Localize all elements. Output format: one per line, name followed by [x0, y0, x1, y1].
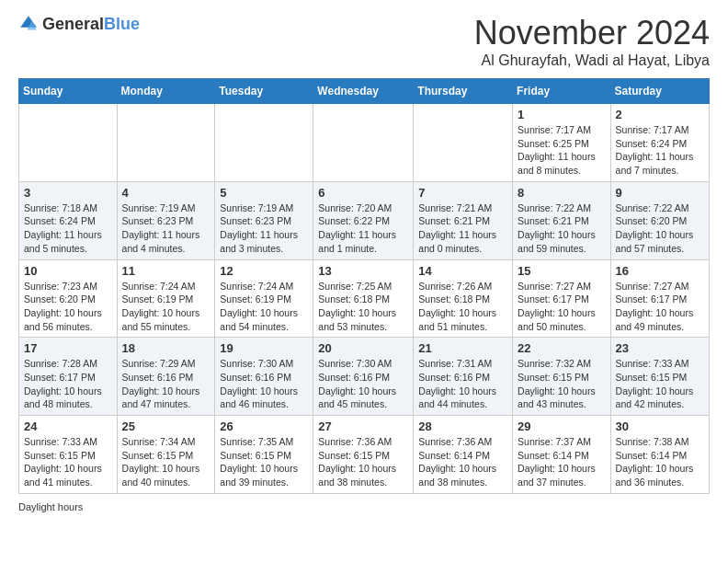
day-info: Sunrise: 7:21 AMSunset: 6:21 PMDaylight:…	[418, 201, 507, 256]
day-number: 9	[616, 186, 704, 200]
day-number: 5	[220, 186, 308, 200]
logo-icon	[18, 14, 39, 34]
title-block: November 2024 Al Ghurayfah, Wadi al Haya…	[474, 14, 710, 69]
day-info: Sunrise: 7:23 AMSunset: 6:20 PMDaylight:…	[24, 280, 112, 334]
day-number: 21	[418, 341, 507, 355]
day-number: 14	[418, 264, 507, 278]
location-title: Al Ghurayfah, Wadi al Hayat, Libya	[474, 52, 710, 69]
day-number: 20	[318, 341, 408, 355]
day-number: 18	[122, 341, 210, 355]
calendar-cell: 17Sunrise: 7:28 AMSunset: 6:17 PMDayligh…	[19, 338, 118, 416]
calendar-week-row: 17Sunrise: 7:28 AMSunset: 6:17 PMDayligh…	[19, 338, 710, 416]
calendar-week-row: 24Sunrise: 7:33 AMSunset: 6:15 PMDayligh…	[19, 416, 710, 494]
col-header-tuesday: Tuesday	[215, 79, 313, 104]
day-number: 1	[518, 108, 606, 121]
day-number: 4	[122, 186, 210, 200]
logo-text: GeneralBlue	[42, 15, 140, 34]
day-info: Sunrise: 7:37 AMSunset: 6:14 PMDaylight:…	[518, 435, 606, 489]
day-info: Sunrise: 7:22 AMSunset: 6:20 PMDaylight:…	[616, 201, 704, 256]
day-number: 12	[220, 264, 308, 278]
calendar-cell: 18Sunrise: 7:29 AMSunset: 6:16 PMDayligh…	[117, 338, 215, 416]
day-info: Sunrise: 7:19 AMSunset: 6:23 PMDaylight:…	[122, 201, 210, 256]
daylight-label: Daylight hours	[18, 501, 83, 512]
calendar-week-row: 10Sunrise: 7:23 AMSunset: 6:20 PMDayligh…	[19, 259, 710, 338]
day-number: 23	[616, 341, 704, 355]
logo-blue: Blue	[104, 15, 140, 33]
calendar-cell: 5Sunrise: 7:19 AMSunset: 6:23 PMDaylight…	[215, 181, 313, 259]
day-number: 15	[518, 264, 606, 278]
calendar-cell: 23Sunrise: 7:33 AMSunset: 6:15 PMDayligh…	[610, 338, 709, 416]
day-info: Sunrise: 7:36 AMSunset: 6:15 PMDaylight:…	[318, 435, 408, 489]
day-info: Sunrise: 7:26 AMSunset: 6:18 PMDaylight:…	[418, 280, 507, 334]
day-number: 30	[616, 419, 704, 433]
day-number: 17	[24, 341, 112, 355]
calendar-cell: 1Sunrise: 7:17 AMSunset: 6:25 PMDaylight…	[513, 104, 611, 182]
day-number: 25	[122, 419, 210, 433]
calendar-cell: 7Sunrise: 7:21 AMSunset: 6:21 PMDaylight…	[414, 181, 513, 259]
day-number: 8	[518, 186, 606, 200]
day-number: 11	[122, 264, 210, 278]
calendar-cell: 21Sunrise: 7:31 AMSunset: 6:16 PMDayligh…	[414, 338, 513, 416]
calendar-cell: 8Sunrise: 7:22 AMSunset: 6:21 PMDaylight…	[513, 181, 611, 259]
calendar-cell: 28Sunrise: 7:36 AMSunset: 6:14 PMDayligh…	[414, 416, 513, 494]
day-info: Sunrise: 7:38 AMSunset: 6:14 PMDaylight:…	[616, 435, 704, 489]
calendar-cell	[117, 104, 215, 182]
day-info: Sunrise: 7:34 AMSunset: 6:15 PMDaylight:…	[122, 435, 210, 489]
day-number: 6	[318, 186, 408, 200]
calendar-cell: 27Sunrise: 7:36 AMSunset: 6:15 PMDayligh…	[313, 416, 414, 494]
day-number: 24	[24, 419, 112, 433]
day-info: Sunrise: 7:29 AMSunset: 6:16 PMDaylight:…	[122, 357, 210, 411]
col-header-sunday: Sunday	[19, 79, 118, 104]
calendar-cell: 29Sunrise: 7:37 AMSunset: 6:14 PMDayligh…	[513, 416, 611, 494]
col-header-friday: Friday	[513, 79, 611, 104]
day-number: 2	[616, 108, 704, 121]
day-number: 28	[418, 419, 507, 433]
calendar-cell: 4Sunrise: 7:19 AMSunset: 6:23 PMDaylight…	[117, 181, 215, 259]
day-info: Sunrise: 7:32 AMSunset: 6:15 PMDaylight:…	[518, 357, 606, 411]
col-header-thursday: Thursday	[414, 79, 513, 104]
day-info: Sunrise: 7:28 AMSunset: 6:17 PMDaylight:…	[24, 357, 112, 411]
day-number: 10	[24, 264, 112, 278]
day-info: Sunrise: 7:22 AMSunset: 6:21 PMDaylight:…	[518, 201, 606, 256]
calendar-cell: 30Sunrise: 7:38 AMSunset: 6:14 PMDayligh…	[610, 416, 709, 494]
day-info: Sunrise: 7:31 AMSunset: 6:16 PMDaylight:…	[418, 357, 507, 411]
calendar-cell	[19, 104, 118, 182]
day-info: Sunrise: 7:20 AMSunset: 6:22 PMDaylight:…	[318, 201, 408, 256]
calendar-cell: 11Sunrise: 7:24 AMSunset: 6:19 PMDayligh…	[117, 259, 215, 338]
calendar-week-row: 1Sunrise: 7:17 AMSunset: 6:25 PMDaylight…	[19, 104, 710, 182]
day-info: Sunrise: 7:17 AMSunset: 6:25 PMDaylight:…	[518, 123, 606, 178]
logo-general: General	[42, 15, 104, 33]
calendar-cell: 26Sunrise: 7:35 AMSunset: 6:15 PMDayligh…	[215, 416, 313, 494]
col-header-wednesday: Wednesday	[313, 79, 414, 104]
day-info: Sunrise: 7:24 AMSunset: 6:19 PMDaylight:…	[122, 280, 210, 334]
day-info: Sunrise: 7:24 AMSunset: 6:19 PMDaylight:…	[220, 280, 308, 334]
col-header-saturday: Saturday	[610, 79, 709, 104]
day-info: Sunrise: 7:27 AMSunset: 6:17 PMDaylight:…	[616, 280, 704, 334]
day-info: Sunrise: 7:35 AMSunset: 6:15 PMDaylight:…	[220, 435, 308, 489]
calendar-cell: 13Sunrise: 7:25 AMSunset: 6:18 PMDayligh…	[313, 259, 414, 338]
calendar-cell	[313, 104, 414, 182]
calendar-cell: 2Sunrise: 7:17 AMSunset: 6:24 PMDaylight…	[610, 104, 709, 182]
logo: GeneralBlue	[18, 14, 140, 34]
day-number: 22	[518, 341, 606, 355]
calendar-cell: 24Sunrise: 7:33 AMSunset: 6:15 PMDayligh…	[19, 416, 118, 494]
day-info: Sunrise: 7:25 AMSunset: 6:18 PMDaylight:…	[318, 280, 408, 334]
day-info: Sunrise: 7:17 AMSunset: 6:24 PMDaylight:…	[616, 123, 704, 178]
calendar-cell: 12Sunrise: 7:24 AMSunset: 6:19 PMDayligh…	[215, 259, 313, 338]
calendar-cell: 22Sunrise: 7:32 AMSunset: 6:15 PMDayligh…	[513, 338, 611, 416]
calendar-table: SundayMondayTuesdayWednesdayThursdayFrid…	[18, 78, 710, 494]
calendar-cell: 15Sunrise: 7:27 AMSunset: 6:17 PMDayligh…	[513, 259, 611, 338]
calendar-cell: 6Sunrise: 7:20 AMSunset: 6:22 PMDaylight…	[313, 181, 414, 259]
col-header-monday: Monday	[117, 79, 215, 104]
calendar-cell: 16Sunrise: 7:27 AMSunset: 6:17 PMDayligh…	[610, 259, 709, 338]
month-title: November 2024	[474, 14, 710, 52]
calendar-cell: 19Sunrise: 7:30 AMSunset: 6:16 PMDayligh…	[215, 338, 313, 416]
day-number: 19	[220, 341, 308, 355]
calendar-cell: 25Sunrise: 7:34 AMSunset: 6:15 PMDayligh…	[117, 416, 215, 494]
page-header: GeneralBlue November 2024 Al Ghurayfah, …	[18, 14, 710, 69]
day-number: 29	[518, 419, 606, 433]
calendar-cell: 10Sunrise: 7:23 AMSunset: 6:20 PMDayligh…	[19, 259, 118, 338]
calendar-cell: 14Sunrise: 7:26 AMSunset: 6:18 PMDayligh…	[414, 259, 513, 338]
day-info: Sunrise: 7:27 AMSunset: 6:17 PMDaylight:…	[518, 280, 606, 334]
day-info: Sunrise: 7:33 AMSunset: 6:15 PMDaylight:…	[24, 435, 112, 489]
